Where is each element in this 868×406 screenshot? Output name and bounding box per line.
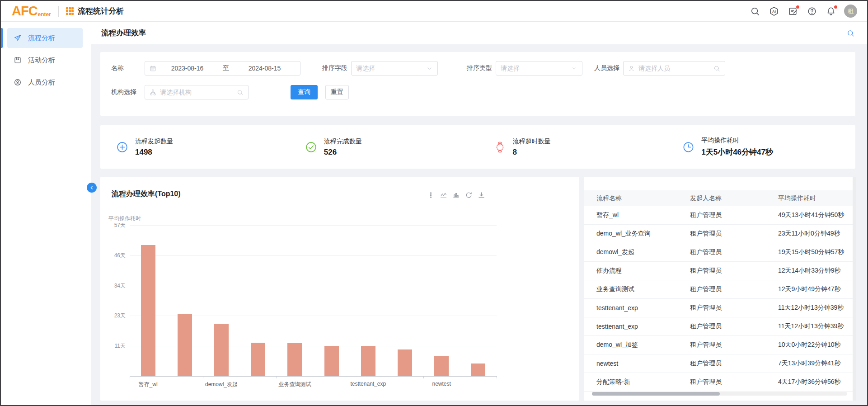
org-input[interactable] xyxy=(160,89,233,96)
y-tick-label: 46天 xyxy=(100,252,126,260)
gridline xyxy=(130,286,497,286)
process-name-cell: 暂存_wl xyxy=(596,211,690,219)
chart-bar xyxy=(214,324,229,376)
initiator-cell: 租户管理员 xyxy=(690,211,778,219)
process-name-cell: demowl_发起 xyxy=(596,248,690,256)
sidebar-item-label: 流程分析 xyxy=(28,34,55,42)
notifications-icon[interactable] xyxy=(826,6,836,16)
table-row: 暂存_wl租户管理员49天13小时41分钟50秒 xyxy=(584,206,856,225)
header-icon-group: AI xyxy=(741,6,836,16)
x-tick-label: demowl_发起 xyxy=(205,381,238,388)
person-icon xyxy=(14,78,28,86)
horizontal-scrollbar-thumb[interactable] xyxy=(592,392,720,396)
avg-duration-cell: 10天0小时22分钟10秒 xyxy=(778,341,856,349)
sort-type-select[interactable] xyxy=(496,61,582,76)
chart-bar xyxy=(287,343,302,376)
sidebar-collapse-button[interactable] xyxy=(87,183,97,193)
sidebar-item-activity-analysis[interactable]: 活动分析 xyxy=(7,50,83,70)
watch-icon xyxy=(494,141,506,153)
check-circle-icon xyxy=(305,141,317,153)
filter-card: 名称 2023-08-16 至 2024-08-15 排序字段 排序类型 xyxy=(100,52,855,116)
reset-button[interactable]: 重置 xyxy=(325,85,349,99)
name-filter-label: 名称 xyxy=(111,64,141,72)
sidebar-item-personnel-analysis[interactable]: 人员分析 xyxy=(7,72,83,92)
content-area: 流程办理效率 名称 2023-08-16 至 2024-08-15 排序字段 xyxy=(91,22,867,405)
avg-duration-cell: 11天12小时13分钟39秒 xyxy=(778,322,856,330)
chart-bar xyxy=(251,343,265,376)
stat-card-0: 流程发起数量1498 xyxy=(100,137,289,157)
initiator-cell: 租户管理员 xyxy=(690,248,778,256)
vertical-scrollbar[interactable] xyxy=(853,177,856,401)
org-filter-label: 机构选择 xyxy=(111,88,141,96)
avatar[interactable]: 租 xyxy=(844,5,857,18)
initiator-cell: 租户管理员 xyxy=(690,230,778,238)
org-picker[interactable] xyxy=(145,85,249,99)
process-name-cell: demo_wl_业务查询 xyxy=(596,230,690,238)
x-axis-line xyxy=(130,376,497,377)
sort-field-select[interactable] xyxy=(351,61,438,76)
avg-duration-cell: 19天15小时50分钟57秒 xyxy=(778,248,856,256)
person-filter-label: 人员选择 xyxy=(594,64,619,72)
app-window: AFC enter 流程统计分析 AI 租 流程分析活动分析人员分析 流程办理效… xyxy=(0,0,868,406)
query-button[interactable]: 查询 xyxy=(291,85,318,99)
process-name-cell: demo_wl_加签 xyxy=(596,341,690,349)
chart-bar xyxy=(178,314,192,376)
logo[interactable]: AFC enter xyxy=(12,5,51,18)
bar-chart: 平均操作耗时57天46天34天23天11天暂存_wldemowl_发起业务查询测… xyxy=(100,177,579,401)
page-search-icon[interactable] xyxy=(847,29,854,37)
avg-duration-cell: 49天13小时41分钟50秒 xyxy=(778,211,856,219)
initiator-cell: 租户管理员 xyxy=(690,304,778,312)
table-row: 催办流程租户管理员12天14小时33分钟9秒 xyxy=(584,262,856,280)
x-axis-tick xyxy=(497,376,497,378)
logo-text: AFC xyxy=(12,5,38,18)
search-icon xyxy=(713,65,720,72)
initiator-cell: 租户管理员 xyxy=(690,341,778,349)
initiator-cell: 租户管理员 xyxy=(690,267,778,275)
x-axis-tick xyxy=(130,376,130,378)
person-picker[interactable] xyxy=(623,61,725,76)
stat-label: 流程完成数量 xyxy=(324,137,362,146)
chart-bar xyxy=(471,364,485,376)
org-tree-icon xyxy=(150,89,156,96)
date-range-picker[interactable]: 2023-08-16 至 2024-08-15 xyxy=(145,61,300,76)
date-separator: 至 xyxy=(218,64,234,72)
chevron-down-icon xyxy=(571,65,577,72)
search-icon xyxy=(237,89,244,96)
avg-duration-cell: 4天17小时36分钟56秒 xyxy=(778,378,856,386)
page-header: 流程办理效率 xyxy=(91,22,867,44)
person-input[interactable] xyxy=(638,65,710,72)
table-panel: 流程名称发起人名称平均操作耗时 暂存_wl租户管理员49天13小时41分钟50秒… xyxy=(584,177,856,401)
feedback-icon[interactable] xyxy=(788,6,798,16)
x-axis-tick xyxy=(350,376,350,378)
sort-type-input[interactable] xyxy=(501,65,567,72)
stat-value: 1498 xyxy=(135,148,173,157)
header-divider xyxy=(58,6,59,17)
chevron-down-icon xyxy=(426,65,433,72)
x-axis-tick xyxy=(277,376,277,378)
help-icon[interactable] xyxy=(807,6,817,16)
stat-card-1: 流程完成数量526 xyxy=(289,137,478,157)
avg-duration-cell: 7天13小时39分钟41秒 xyxy=(778,359,856,368)
chart-card: 流程办理效率(Top10) 平均操作耗时57天46天34天23天11天暂存_wl… xyxy=(100,177,579,401)
sort-field-input[interactable] xyxy=(356,65,422,72)
stat-label: 平均操作耗时 xyxy=(701,137,773,145)
sidebar-item-label: 人员分析 xyxy=(28,78,55,87)
table-row: demo_wl_业务查询租户管理员23天11小时0分钟49秒 xyxy=(584,225,856,243)
send-icon xyxy=(14,34,28,42)
process-name-cell: 业务查询测试 xyxy=(596,285,690,293)
sidebar-item-process-analysis[interactable]: 流程分析 xyxy=(7,28,83,48)
gridline xyxy=(130,255,497,256)
stat-value: 8 xyxy=(513,148,551,157)
activity-icon xyxy=(14,56,28,64)
search-icon[interactable] xyxy=(750,6,760,16)
ai-assistant-icon[interactable]: AI xyxy=(769,6,779,16)
date-start-value: 2023-08-16 xyxy=(156,65,218,72)
stat-value: 1天5小时46分钟47秒 xyxy=(701,147,773,157)
sidebar: 流程分析活动分析人员分析 xyxy=(1,22,91,405)
x-tick-label: 业务查询测试 xyxy=(278,381,311,388)
stat-label: 流程发起数量 xyxy=(135,137,173,146)
stat-card-2: 流程超时数量8 xyxy=(478,137,667,157)
process-name-cell: newtest xyxy=(596,360,690,367)
avg-duration-cell: 12天14小时33分钟9秒 xyxy=(778,267,856,275)
y-tick-label: 57天 xyxy=(100,222,126,229)
